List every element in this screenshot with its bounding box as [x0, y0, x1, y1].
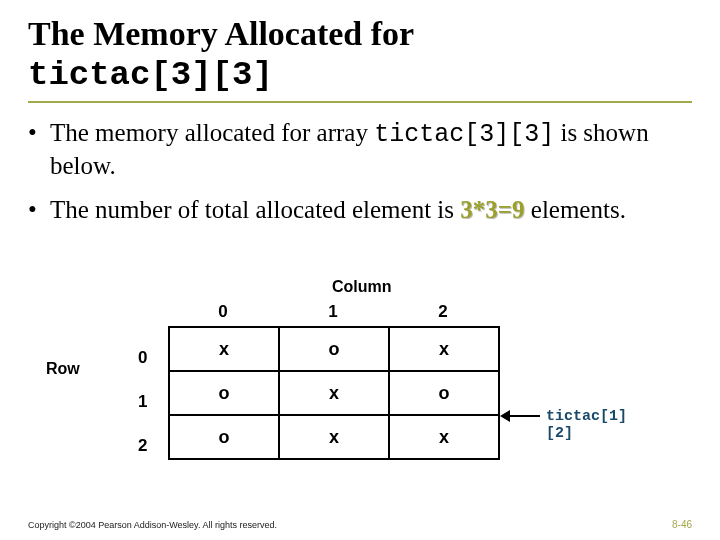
row-axis-label: Row [46, 360, 80, 378]
title-line1: The Memory Allocated for [28, 15, 414, 52]
table-row: o x x [169, 415, 499, 459]
bullet-1-code: tictac[3][3] [374, 120, 554, 149]
cell-0-2: x [389, 327, 499, 371]
cell-2-0: o [169, 415, 279, 459]
array-grid: x o x o x o o x x [168, 326, 500, 460]
column-axis-label: Column [332, 278, 392, 296]
cell-1-1: x [279, 371, 389, 415]
bullet-1: The memory allocated for array tictac[3]… [28, 117, 692, 182]
bullet-2-post: elements. [531, 196, 626, 223]
cell-1-2: o [389, 371, 499, 415]
cell-2-2: x [389, 415, 499, 459]
bullet-2: The number of total allocated element is… [28, 194, 692, 225]
cell-1-0: o [169, 371, 279, 415]
bullet-2-pre: The number of total allocated element is [50, 196, 460, 223]
cell-0-1: o [279, 327, 389, 371]
row-head-2: 2 [138, 424, 147, 468]
copyright-footer: Copyright ©2004 Pearson Addison-Wesley. … [28, 520, 277, 530]
column-headers: 0 1 2 [168, 302, 498, 322]
row-head-0: 0 [138, 336, 147, 380]
row-head-1: 1 [138, 380, 147, 424]
col-head-0: 0 [168, 302, 278, 322]
cell-2-1: x [279, 415, 389, 459]
page-number: 8-46 [672, 519, 692, 530]
cell-annotation: tictac[1][2] [546, 408, 654, 442]
title-code: tictac[3][3] [28, 56, 273, 94]
row-headers: 0 1 2 [138, 336, 147, 468]
bullet-2-highlight: 3*3=9 [460, 196, 524, 223]
col-head-1: 1 [278, 302, 388, 322]
table-row: x o x [169, 327, 499, 371]
table-row: o x o [169, 371, 499, 415]
slide-title: The Memory Allocated for tictac[3][3] [28, 14, 692, 95]
col-head-2: 2 [388, 302, 498, 322]
title-rule [28, 101, 692, 103]
bullet-list: The memory allocated for array tictac[3]… [28, 117, 692, 225]
bullet-1-pre: The memory allocated for array [50, 119, 374, 146]
arrow-icon [500, 410, 540, 422]
cell-0-0: x [169, 327, 279, 371]
